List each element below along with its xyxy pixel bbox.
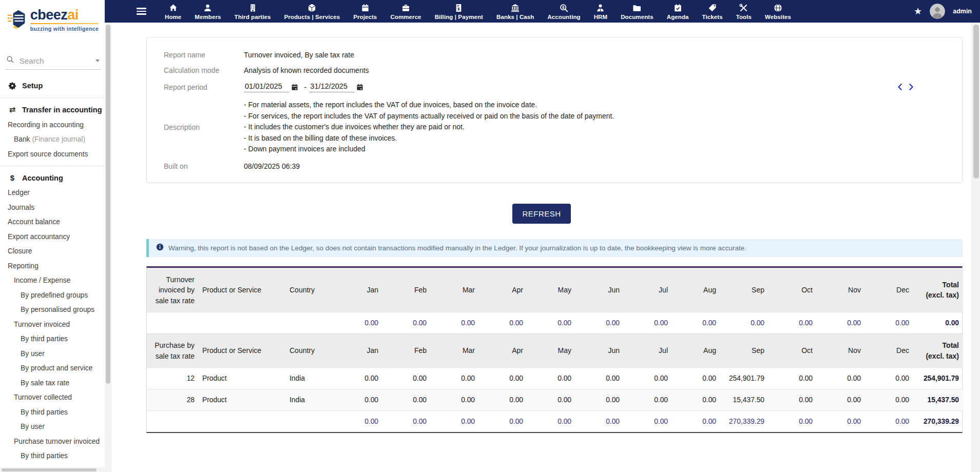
sidebar-item-label: By user [21,350,45,358]
nav-item-third-parties[interactable]: Third parties [228,0,278,23]
accounting-icon: $ [559,3,569,13]
window-scrollbar-thumb[interactable] [973,25,979,179]
sidebar-item-bank[interactable]: Bank(Finance journal) [0,132,105,147]
sidebar-item-label: Recording in accounting [8,121,84,129]
nav-item-label: Banks | Cash [496,14,534,20]
sidebar-item-by-sale-tax-rate[interactable]: By sale tax rate [0,376,105,390]
report-info-card: Report name Turnover invoiced, By sale t… [146,37,963,183]
column-header-feb: Feb [382,334,431,368]
sidebar-item-account-balance[interactable]: Account balance [0,215,105,230]
nav-item-billing-payment[interactable]: $Billing | Payment [428,0,490,23]
sidebar-item-reporting[interactable]: Reporting [0,259,105,273]
sidebar-item-label: Reporting [8,262,39,270]
bank-icon [510,3,520,13]
previous-period-icon[interactable] [897,83,902,91]
sidebar-section-accounting[interactable]: $Accounting [0,170,105,186]
cell-country: India [285,368,334,389]
calendar-icon[interactable] [356,84,363,91]
sidebar-item-label: By predefined groups [21,291,88,299]
sidebar-item-by-product-and-service[interactable]: By product and service [0,361,105,376]
hrm-icon [595,3,605,13]
sidebar-item-by-personalised-groups[interactable]: By personalised groups [0,303,105,318]
hamburger-menu-icon[interactable] [137,6,150,17]
sidebar-item-label: By third parties [21,408,68,416]
sidebar-scrollbar-thumb[interactable] [106,25,110,384]
cell-aug: 0.00 [672,389,720,411]
nav-item-commerce[interactable]: Commerce [383,0,428,23]
warning-banner: Warning, this report is not based on the… [146,239,963,257]
star-icon[interactable]: ★ [914,7,922,16]
sidebar-item-label: Export accountancy [8,233,70,241]
sidebar-section-transfer-in-accounting[interactable]: ⇄Transfer in accounting [0,102,105,117]
nav-item-projects[interactable]: Projects [347,0,383,23]
cell-apr: 0.00 [479,368,527,389]
sidebar-item-journals[interactable]: Journals [0,200,105,215]
sidebar-item-by-third-parties[interactable]: By third parties [0,449,105,464]
sidebar-item-by-user[interactable]: By user [0,346,105,361]
sidebar-item-closure[interactable]: Closure [0,244,105,259]
sidebar-item-by-user[interactable]: By user [0,420,105,435]
sidebar-item-ledger[interactable]: Ledger [0,186,105,201]
nav-item-products-services[interactable]: Products | Services [278,0,347,23]
info-icon [156,243,164,252]
avatar[interactable] [930,4,945,19]
column-header-nov: Nov [817,268,865,312]
nav-item-hrm[interactable]: HRM [587,0,614,23]
sidebar-item-turnover-invoiced[interactable]: Turnover invoiced [0,317,105,332]
column-header-nov: Nov [817,334,865,368]
column-header-jan: Jan [334,268,382,312]
cell-jun: 0.00 [575,411,624,432]
nav-item-label: Accounting [547,14,580,20]
nav-item-documents[interactable]: Documents [614,0,660,23]
column-header-jul: Jul [624,268,672,312]
description-lines: - For material assets, the report includ… [244,100,614,155]
nav-item-members[interactable]: Members [188,0,227,23]
sidebar-item-export-accountancy[interactable]: Export accountancy [0,229,105,244]
nav-item-home[interactable]: Home [158,0,188,23]
nav-item-accounting[interactable]: $Accounting [541,0,587,23]
nav-item-tickets[interactable]: Tickets [696,0,729,23]
cell-oct: 0.00 [768,368,817,389]
sidebar-item-by-third-parties[interactable]: By third parties [0,405,105,420]
nav-item-label: Tools [736,14,752,20]
sidebar-item-by-predefined-groups[interactable]: By predefined groups [0,288,105,303]
next-period-icon[interactable] [909,83,914,91]
cell-jan: 0.00 [334,411,382,432]
period-end-input[interactable] [309,82,354,92]
nav-item-agenda[interactable]: Agenda [660,0,696,23]
cell-mar: 0.00 [431,411,479,432]
calc-mode-value: Analysis of known recorded documents [244,66,369,74]
sidebar-section-setup[interactable]: Setup [0,78,105,93]
column-header-apr: Apr [479,268,527,312]
home-icon [168,3,178,13]
period-separator: - [304,83,306,92]
cell-dec: 0.00 [865,389,913,411]
nav-item-websites[interactable]: Websites [758,0,798,23]
sidebar-item-label: Income / Expense [14,277,70,284]
sidebar-item-label: By product and service [21,364,92,372]
nav-item-tools[interactable]: Tools [729,0,758,23]
building-icon [248,3,258,13]
column-header-product: Product or Service [198,268,285,312]
sidebar-item-export-source-documents[interactable]: Export source documents [0,147,105,162]
nav-item-banks-cash[interactable]: Banks | Cash [490,0,541,23]
cell-dec: 0.00 [865,368,913,389]
app-logo[interactable]: cbeezai buzzing with intelligence [0,0,105,35]
sidebar-hscrollbar-thumb[interactable] [2,468,97,471]
cell-mar: 0.00 [431,312,479,334]
user-menu[interactable]: admin [953,8,972,15]
search-input[interactable]: Search [5,52,101,70]
sidebar-section-label: Accounting [22,174,63,182]
cell-sep: 0.00 [720,312,768,334]
sidebar-item-purchase-turnover-invoiced[interactable]: Purchase turnover invoiced [0,434,105,449]
report-table-turnover-invoiced-by-sale-tax-rate: Turnover invoiced by sale tax rateProduc… [147,268,963,334]
calendar-icon[interactable] [291,84,298,91]
sidebar-item-income-expense[interactable]: Income / Expense [0,273,105,288]
column-header-may: May [527,334,575,368]
sidebar-item-recording-in-accounting[interactable]: Recording in accounting [0,117,105,132]
period-start-input[interactable] [244,82,289,92]
sidebar-item-by-third-parties[interactable]: By third parties [0,332,105,347]
sidebar-item-turnover-collected[interactable]: Turnover collected [0,390,105,405]
menu-divider [0,97,105,98]
refresh-button[interactable]: REFRESH [512,204,570,224]
